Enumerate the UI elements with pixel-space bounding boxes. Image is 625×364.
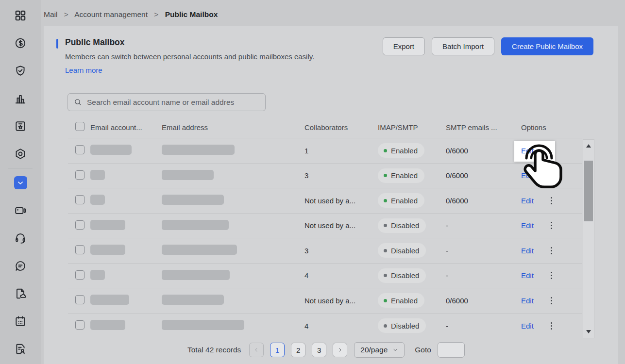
more-options-icon[interactable] <box>548 245 555 256</box>
account-redaction-bar <box>90 195 105 205</box>
status-label: Enabled <box>391 197 418 205</box>
account-redaction-bar <box>90 220 125 230</box>
status-label: Disabled <box>391 221 419 230</box>
edit-link[interactable]: Edit <box>521 322 534 330</box>
search-input[interactable] <box>87 98 259 107</box>
address-redaction-bar <box>162 145 235 155</box>
status-badge: Disabled <box>378 268 426 283</box>
col-options: Options <box>521 123 582 132</box>
edit-link[interactable]: Edit <box>521 271 534 280</box>
row-checkbox[interactable] <box>75 170 84 180</box>
table-row: Not used by a... Enabled 0/6000 Edit <box>68 188 582 214</box>
sidebar-item-mail[interactable] <box>0 169 41 197</box>
smtp-sent-value: - <box>446 271 521 280</box>
hexagon-gear-icon <box>14 148 27 160</box>
address-redaction-bar <box>162 270 230 280</box>
page-title: Public Mailbox <box>65 37 383 48</box>
more-options-icon[interactable] <box>548 220 555 231</box>
status-badge: Enabled <box>378 143 424 158</box>
smtp-sent-value: 0/6000 <box>446 171 521 180</box>
address-redaction-bar <box>162 170 214 180</box>
table-row: Not used by a... Enabled 0/6000 Edit <box>68 288 582 314</box>
status-dot-icon <box>384 274 387 277</box>
account-redaction-bar <box>90 320 125 330</box>
status-dot-icon <box>384 299 387 302</box>
next-page-button[interactable] <box>333 343 347 357</box>
row-checkbox[interactable] <box>75 295 84 304</box>
row-checkbox[interactable] <box>75 320 84 330</box>
scroll-up-icon[interactable] <box>586 144 591 148</box>
sidebar-item-chat[interactable] <box>0 252 41 280</box>
sidebar-item-meetings[interactable] <box>0 197 41 224</box>
mail-icon <box>14 176 27 189</box>
export-button[interactable]: Export <box>383 37 425 55</box>
edit-link[interactable]: Edit <box>521 171 534 180</box>
page-size-value: 20/page <box>360 346 388 354</box>
more-options-icon[interactable] <box>548 320 555 331</box>
sidebar-item-calendar[interactable] <box>0 307 41 335</box>
scroll-down-icon[interactable] <box>586 330 591 333</box>
table-row: 3 Disabled - Edit <box>68 238 582 264</box>
page-button-2[interactable]: 2 <box>291 343 305 357</box>
video-camera-icon <box>14 204 27 217</box>
page-size-select[interactable]: 20/page <box>354 342 405 358</box>
sidebar-item-apps[interactable] <box>0 1 41 29</box>
scrollbar-thumb[interactable] <box>584 161 593 221</box>
more-options-icon[interactable] <box>548 295 555 306</box>
table-header-row: Email account... Email address Collabora… <box>68 116 582 138</box>
sidebar-item-membership[interactable] <box>0 112 41 140</box>
page-button-3[interactable]: 3 <box>312 343 326 357</box>
row-checkbox[interactable] <box>75 245 84 254</box>
learn-more-link[interactable]: Learn more <box>65 66 102 74</box>
sidebar-item-support[interactable] <box>0 224 41 252</box>
collaborators-value: Not used by a... <box>304 221 378 230</box>
edit-link[interactable]: Edit <box>521 147 534 155</box>
chevron-down-icon <box>392 347 398 353</box>
apps-grid-icon <box>14 9 27 22</box>
edit-link[interactable]: Edit <box>521 197 534 205</box>
breadcrumb: Mail > Account management > Public Mailb… <box>44 10 218 19</box>
status-label: Enabled <box>391 171 418 180</box>
status-badge: Enabled <box>378 193 424 208</box>
sidebar-item-directory-search[interactable] <box>0 335 41 363</box>
smtp-sent-value: 0/6000 <box>446 197 521 205</box>
row-checkbox[interactable] <box>75 270 84 280</box>
more-options-icon[interactable] <box>548 195 555 206</box>
create-public-mailbox-button[interactable]: Create Public Mailbox <box>501 37 593 55</box>
select-all-checkbox[interactable] <box>75 122 84 131</box>
smtp-sent-value: - <box>446 221 521 230</box>
breadcrumb-account-management[interactable]: Account management <box>74 10 148 18</box>
page-button-1[interactable]: 1 <box>270 343 285 357</box>
table-row: 3 Enabled 0/6000 Edit <box>68 164 582 189</box>
batch-import-button[interactable]: Batch Import <box>432 37 494 55</box>
account-redaction-bar <box>90 245 125 255</box>
account-redaction-bar <box>90 295 129 305</box>
row-checkbox[interactable] <box>75 145 84 154</box>
collaborators-value: Not used by a... <box>304 197 378 205</box>
sidebar-item-documents[interactable] <box>0 280 41 307</box>
status-badge: Disabled <box>378 218 426 233</box>
sidebar-item-settings[interactable] <box>0 140 41 167</box>
more-options-icon[interactable] <box>548 270 555 281</box>
document-person-icon <box>14 343 27 355</box>
edit-link[interactable]: Edit <box>521 221 534 230</box>
edit-link[interactable]: Edit <box>521 247 534 255</box>
edit-link[interactable]: Edit <box>521 297 534 305</box>
prev-page-button[interactable] <box>249 343 264 357</box>
pagination: Total 42 records 123 20/page Goto <box>187 342 465 358</box>
more-options-icon[interactable] <box>548 170 555 181</box>
sidebar-item-security[interactable] <box>0 57 41 84</box>
sidebar-item-billing[interactable] <box>0 29 41 57</box>
address-redaction-bar <box>162 220 229 230</box>
table-scrollbar[interactable] <box>583 139 594 338</box>
col-email-address: Email address <box>162 123 304 132</box>
row-checkbox[interactable] <box>75 220 84 230</box>
breadcrumb-mail[interactable]: Mail <box>44 10 57 18</box>
table-body: 1 Enabled 0/6000 Edit 3 Enabled 0/6000 E… <box>68 138 582 338</box>
row-checkbox[interactable] <box>75 195 84 204</box>
collaborators-value: 3 <box>304 171 378 180</box>
sidebar-item-analytics[interactable] <box>0 84 41 112</box>
status-dot-icon <box>384 324 387 328</box>
goto-input[interactable] <box>438 342 465 358</box>
status-label: Disabled <box>391 247 419 255</box>
